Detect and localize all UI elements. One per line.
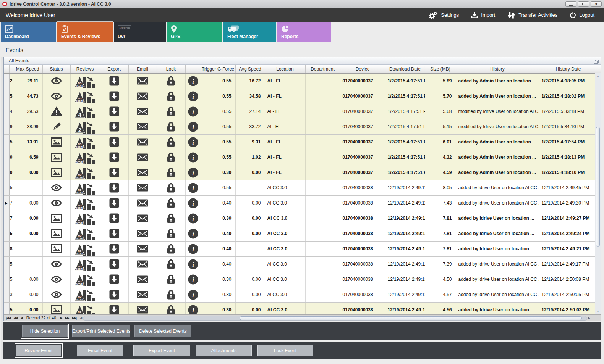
cell-avg-speed[interactable]: 0.00	[235, 302, 265, 314]
cell-history-date[interactable]: 1/2/2015 4:17:54 PM	[539, 134, 598, 150]
cell-history[interactable]: modified by Idrive User on location Al C…	[456, 119, 539, 134]
cell-trigger-g-force[interactable]: 0.40	[201, 226, 235, 241]
cell-device[interactable]: 017040000038	[340, 195, 385, 211]
cell-lock[interactable]	[157, 180, 185, 195]
cell-trigger-g-force[interactable]: 0.55	[201, 89, 235, 104]
scroll-right-arrow-icon[interactable]: ▶	[587, 316, 591, 320]
row-indicator-cell[interactable]	[4, 302, 9, 314]
cell-trigger-g-force[interactable]: 0.40	[201, 195, 235, 211]
header-trigger-g-force[interactable]: Trigger G-Force	[201, 65, 235, 73]
event-row[interactable]: 50.00NOSCOREi0.400.00Al CC 3.00170400000…	[4, 226, 601, 241]
cell-download-date[interactable]: 1/2/2015 4:17:51 PM	[385, 104, 425, 119]
topbar-action-transfer-activities[interactable]: Transfer Activities	[507, 12, 557, 19]
row-indicator-cell[interactable]	[4, 134, 9, 150]
cell-info[interactable]: i	[185, 241, 201, 256]
cell-status[interactable]	[42, 134, 70, 150]
cell-email[interactable]	[128, 256, 157, 272]
cell-size-mb[interactable]: 5.89	[425, 73, 456, 89]
cell-lock[interactable]	[157, 150, 185, 165]
cell-size-mb[interactable]: 4.50	[425, 272, 456, 287]
cell-history-date[interactable]: 1/2/2015 5:34:10 PM	[539, 119, 598, 134]
row-indicator-cell[interactable]	[4, 241, 9, 256]
cell-trigger-g-force[interactable]: 0.30	[201, 165, 235, 180]
cell-trigger-g-force[interactable]: 0.55	[201, 134, 235, 150]
cell-avg-speed[interactable]: 27.14	[235, 104, 265, 119]
event-row[interactable]: 229.11NOSCOREi0.5516.72Al - FL0170400000…	[4, 73, 601, 89]
cell-avg-speed[interactable]	[235, 180, 265, 195]
cell-status[interactable]	[42, 73, 70, 89]
cell-department[interactable]	[305, 272, 340, 287]
cell-reviews[interactable]: NOSCORE	[70, 241, 100, 256]
cell-status[interactable]	[42, 226, 70, 241]
cell-location[interactable]: Al - FL	[265, 134, 305, 150]
cell-event-id[interactable]: 5	[9, 302, 13, 314]
event-row[interactable]: 50.00NOSCOREi0.300.00Al CC 3.00170400000…	[4, 302, 601, 314]
cell-trigger-g-force[interactable]: 0.30	[201, 287, 235, 302]
cell-export[interactable]	[100, 256, 128, 272]
header-status[interactable]: Status	[42, 65, 70, 73]
cell-department[interactable]	[305, 89, 340, 104]
cell-email[interactable]	[128, 195, 157, 211]
cell-size-mb[interactable]: 7.43	[425, 195, 456, 211]
event-row[interactable]: 5NOSCOREi0.40Al CC 3.001704000003812/19/…	[4, 256, 601, 272]
cell-reviews[interactable]: NOSCORE	[70, 150, 100, 165]
cell-department[interactable]	[305, 226, 340, 241]
cell-email[interactable]	[128, 134, 157, 150]
cell-lock[interactable]	[157, 73, 185, 89]
cell-lock[interactable]	[157, 104, 185, 119]
row-indicator-cell[interactable]	[4, 287, 9, 302]
cell-reviews[interactable]: NOSCORE	[70, 287, 100, 302]
cell-size-mb[interactable]: 4.56	[425, 302, 456, 314]
cell-lock[interactable]	[157, 195, 185, 211]
cell-status[interactable]	[42, 150, 70, 165]
cell-status[interactable]	[42, 241, 70, 256]
cell-download-date[interactable]: 1/2/2015 4:17:51 PM	[385, 134, 425, 150]
cell-export[interactable]	[100, 119, 128, 134]
row-indicator-cell[interactable]	[4, 226, 9, 241]
next-page-button[interactable]: ▶▶	[63, 316, 70, 320]
cell-avg-speed[interactable]: 1.02	[235, 150, 265, 165]
cell-max-speed[interactable]: 0.00	[13, 226, 42, 241]
row-indicator-cell[interactable]	[4, 256, 9, 272]
cell-trigger-g-force[interactable]: 0.55	[201, 73, 235, 89]
cell-history-date[interactable]: 12/19/2014 2:49:21 PM	[539, 241, 598, 256]
cell-export[interactable]	[100, 272, 128, 287]
cell-event-id[interactable]: 0	[9, 165, 13, 180]
cell-device[interactable]: 017040000037	[340, 104, 385, 119]
cell-download-date[interactable]: 12/19/2014 2:49:11 PM	[385, 211, 425, 226]
cell-device[interactable]: 017040000038	[340, 302, 385, 314]
cell-history[interactable]: added by Admin User on location ...	[456, 150, 539, 165]
cell-location[interactable]: Al - FL	[265, 119, 305, 134]
cell-size-mb[interactable]: 7.39	[425, 256, 456, 272]
cell-avg-speed[interactable]: 9.31	[235, 134, 265, 150]
row-indicator-cell[interactable]	[4, 89, 9, 104]
next-record-button[interactable]: ▶	[58, 316, 63, 320]
cell-avg-speed[interactable]: 0.00	[235, 165, 265, 180]
cell-device[interactable]: 017040000038	[340, 272, 385, 287]
row-indicator-cell[interactable]	[4, 104, 9, 119]
cell-status[interactable]	[42, 104, 70, 119]
last-record-button[interactable]: ▶▶|	[71, 316, 78, 320]
cell-department[interactable]	[305, 180, 340, 195]
header-location[interactable]: Location	[265, 65, 305, 73]
cell-avg-speed[interactable]	[235, 241, 265, 256]
close-button[interactable]: ×	[591, 1, 602, 7]
cell-email[interactable]	[128, 241, 157, 256]
tab-reports[interactable]: Reports	[277, 22, 331, 42]
cell-reviews[interactable]: NOSCORE	[70, 195, 100, 211]
cell-avg-speed[interactable]: 0.00	[235, 195, 265, 211]
cell-max-speed[interactable]: 0.00	[13, 195, 42, 211]
topbar-action-logout[interactable]: Logout	[570, 12, 594, 18]
cell-device[interactable]: 017040000037	[340, 89, 385, 104]
cell-location[interactable]: Al CC 3.0	[265, 226, 305, 241]
cell-lock[interactable]	[157, 226, 185, 241]
header-download-date[interactable]: Download Date	[385, 65, 425, 73]
cell-location[interactable]: Al CC 3.0	[265, 211, 305, 226]
cell-lock[interactable]	[157, 256, 185, 272]
cell-location[interactable]: Al CC 3.0	[265, 241, 305, 256]
cell-location[interactable]: Al - FL	[265, 165, 305, 180]
cell-history-date[interactable]: 12/19/2014 2:50:08 PM	[539, 272, 598, 287]
horizontal-scrollbar[interactable]: ◀ ▶	[79, 316, 591, 321]
cell-info[interactable]: i	[185, 302, 201, 314]
cell-trigger-g-force[interactable]: 0.55	[201, 104, 235, 119]
